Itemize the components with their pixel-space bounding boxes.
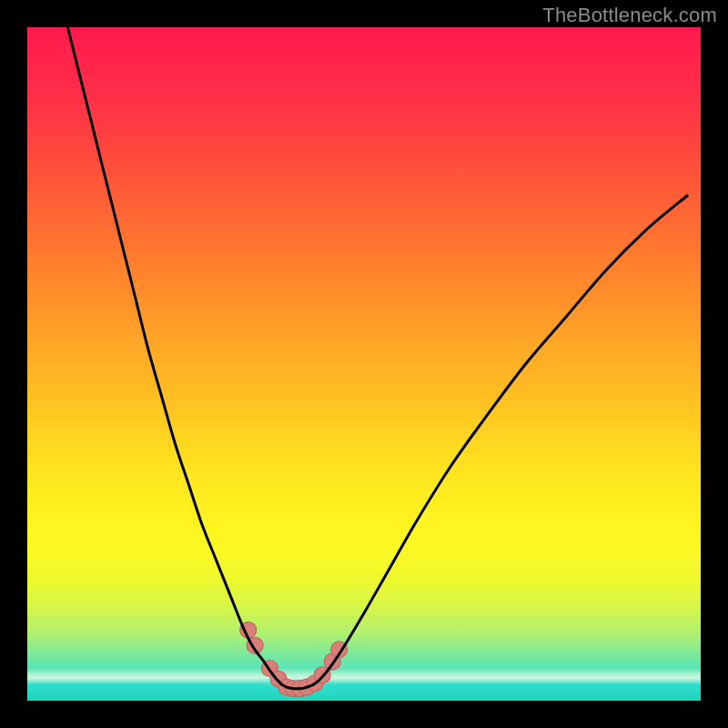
chart-frame: TheBottleneck.com bbox=[0, 0, 728, 728]
right-curve bbox=[314, 196, 688, 684]
marker-layer bbox=[240, 622, 348, 696]
watermark-text: TheBottleneck.com bbox=[542, 4, 717, 27]
left-curve bbox=[67, 27, 281, 684]
chart-svg bbox=[27, 27, 701, 701]
